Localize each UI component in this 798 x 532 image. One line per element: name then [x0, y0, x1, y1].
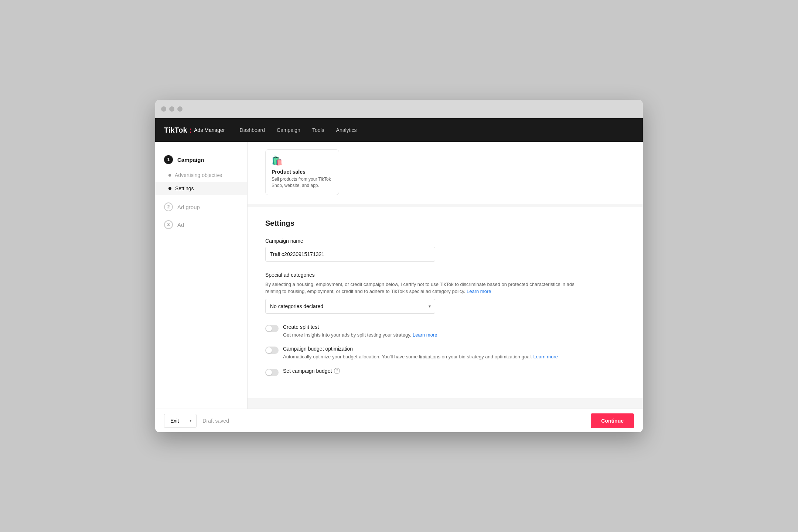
settings-title: Settings	[265, 219, 625, 228]
budget-opt-desc: Automatically optimize your budget alloc…	[283, 353, 558, 361]
titlebar	[155, 100, 643, 118]
sidebar-step-ad[interactable]: 3 Ad	[155, 216, 247, 233]
special-ad-label: Special ad categories	[265, 272, 625, 278]
objective-cards: 🛍️ Product sales Sell products from your…	[265, 149, 625, 195]
sidebar-campaign-label: Campaign	[177, 157, 204, 163]
campaign-name-label: Campaign name	[265, 238, 625, 244]
brand-name: TikTok	[164, 126, 187, 134]
budget-opt-learn-more-link[interactable]: Learn more	[533, 354, 557, 359]
nav-analytics[interactable]: Analytics	[336, 126, 357, 134]
split-test-learn-more-link[interactable]: Learn more	[413, 332, 437, 338]
sidebar-item-advertising-objective[interactable]: Advertising objective	[155, 168, 247, 182]
brand-dot: :	[190, 126, 192, 134]
split-test-label: Create split test	[283, 324, 437, 330]
minimize-dot	[169, 106, 174, 112]
product-sales-desc: Sell products from your TikTok Shop, web…	[272, 176, 333, 189]
subitem-dot-settings	[168, 187, 171, 190]
bottom-bar: Exit ▾ Draft saved Continue	[155, 409, 643, 432]
subitem-label-objective: Advertising objective	[175, 172, 222, 178]
step-badge-2: 2	[164, 202, 173, 211]
set-budget-label: Set campaign budget ?	[283, 368, 340, 374]
product-sales-card[interactable]: 🛍️ Product sales Sell products from your…	[265, 149, 339, 195]
set-budget-toggle-knob	[266, 369, 272, 375]
split-test-desc: Get more insights into your ads by split…	[283, 331, 437, 339]
product-name: Ads Manager	[194, 127, 225, 133]
logo: TikTok: Ads Manager	[164, 126, 225, 134]
exit-chevron-icon: ▾	[190, 418, 192, 423]
campaign-name-input[interactable]	[265, 247, 435, 262]
objective-section: 🛍️ Product sales Sell products from your…	[248, 142, 643, 204]
set-budget-info-icon[interactable]: ?	[334, 368, 340, 374]
step-badge-1: 1	[164, 155, 173, 164]
set-budget-row: Set campaign budget ?	[265, 368, 625, 376]
nav-dashboard[interactable]: Dashboard	[240, 126, 265, 134]
close-dot	[161, 106, 166, 112]
app-content: TikTok: Ads Manager Dashboard Campaign T…	[155, 118, 643, 432]
nav-tools[interactable]: Tools	[312, 126, 324, 134]
top-navigation: TikTok: Ads Manager Dashboard Campaign T…	[155, 118, 643, 142]
split-test-toggle-knob	[266, 325, 272, 331]
nav-items: Dashboard Campaign Tools Analytics	[240, 126, 357, 134]
continue-button[interactable]: Continue	[591, 413, 634, 428]
limitations-text: limitations	[419, 354, 440, 359]
campaign-name-field: Campaign name	[265, 238, 625, 262]
special-ad-learn-more-link[interactable]: Learn more	[467, 289, 491, 294]
product-sales-title: Product sales	[272, 169, 333, 175]
exit-button[interactable]: Exit	[164, 414, 185, 428]
sidebar-ad-label: Ad	[177, 222, 184, 228]
bottom-left: Exit ▾ Draft saved	[164, 414, 229, 428]
split-test-row: Create split test Get more insights into…	[265, 324, 625, 339]
sidebar: 1 Campaign Advertising objective Setting…	[155, 142, 248, 409]
exit-chevron-button[interactable]: ▾	[185, 414, 197, 428]
settings-section: Settings Campaign name Special ad catego…	[248, 207, 643, 398]
app-window: TikTok: Ads Manager Dashboard Campaign T…	[155, 100, 643, 432]
special-ad-field: Special ad categories By selecting a hou…	[265, 272, 625, 314]
special-ad-select-wrapper: No categories declared Housing Employmen…	[265, 299, 435, 314]
sidebar-step-campaign[interactable]: 1 Campaign	[155, 151, 247, 168]
budget-opt-label: Campaign budget optimization	[283, 346, 558, 352]
sidebar-adgroup-label: Ad group	[177, 204, 200, 210]
special-ad-description: By selecting a housing, employment, or c…	[265, 281, 583, 295]
maximize-dot	[177, 106, 183, 112]
budget-opt-content: Campaign budget optimization Automatical…	[283, 346, 558, 361]
draft-saved-text: Draft saved	[202, 418, 229, 424]
sidebar-step-adgroup[interactable]: 2 Ad group	[155, 198, 247, 216]
step-badge-3: 3	[164, 220, 173, 229]
budget-opt-row: Campaign budget optimization Automatical…	[265, 346, 625, 361]
split-test-content: Create split test Get more insights into…	[283, 324, 437, 339]
set-budget-toggle[interactable]	[265, 369, 279, 376]
subitem-label-settings: Settings	[175, 185, 194, 191]
main-layout: 1 Campaign Advertising objective Setting…	[155, 142, 643, 409]
content-area: 🛍️ Product sales Sell products from your…	[248, 142, 643, 409]
budget-opt-toggle-knob	[266, 347, 272, 353]
product-sales-icon: 🛍️	[272, 156, 333, 166]
window-controls	[161, 106, 183, 112]
split-test-toggle[interactable]	[265, 325, 279, 332]
special-ad-select[interactable]: No categories declared Housing Employmen…	[265, 299, 435, 314]
exit-group: Exit ▾	[164, 414, 197, 428]
nav-campaign[interactable]: Campaign	[277, 126, 300, 134]
subitem-dot-objective	[168, 174, 171, 177]
sidebar-item-settings[interactable]: Settings	[155, 182, 247, 195]
set-budget-content: Set campaign budget ?	[283, 368, 340, 375]
budget-opt-toggle[interactable]	[265, 347, 279, 354]
